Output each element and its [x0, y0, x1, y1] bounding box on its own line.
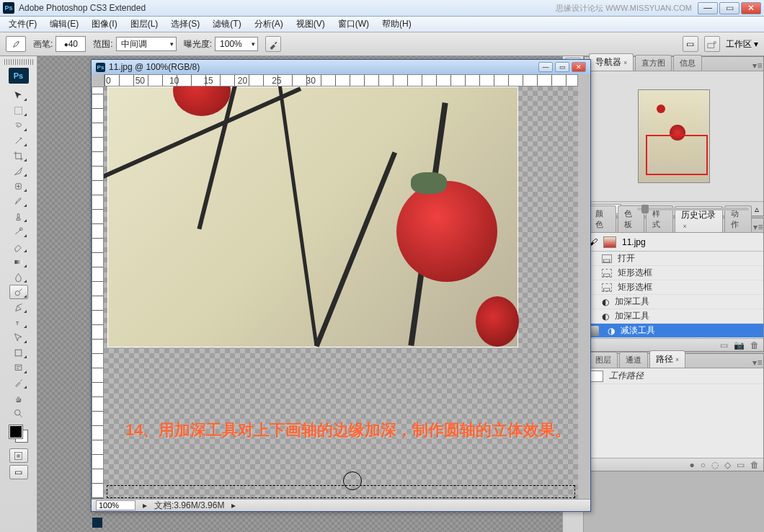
pen-tool[interactable] [9, 300, 28, 314]
history-brush-tool[interactable] [9, 224, 28, 239]
navigator-viewport[interactable] [646, 135, 708, 175]
menu-layer[interactable]: 图层(L) [126, 17, 163, 32]
history-item[interactable]: ▭矩形选框 [585, 266, 763, 280]
navigator-preview[interactable] [585, 71, 763, 201]
status-arrow[interactable]: ▸ [143, 500, 147, 510]
path-to-sel-icon[interactable]: ◌ [711, 460, 719, 470]
menu-bar: 文件(F) 编辑(E) 图像(I) 图层(L) 选择(S) 滤镜(T) 分析(A… [0, 17, 764, 32]
marquee-tool[interactable] [9, 103, 28, 118]
zoom-tool[interactable] [9, 406, 28, 420]
zoom-input[interactable] [96, 500, 136, 510]
path-thumb [590, 371, 603, 382]
delete-path-icon[interactable]: 🗑 [750, 460, 759, 470]
bridge-icon[interactable] [704, 36, 720, 52]
brush-tool[interactable] [9, 194, 28, 208]
color-swatches[interactable] [8, 424, 30, 444]
toolbox-grip[interactable] [4, 59, 33, 65]
path-select-tool[interactable] [9, 330, 28, 345]
menu-file[interactable]: 文件(F) [4, 17, 41, 32]
ruler-vertical[interactable] [92, 87, 104, 499]
range-dropdown[interactable]: 中间调 [116, 37, 177, 51]
doc-close[interactable]: ✕ [572, 62, 586, 72]
minimized-doc-icon[interactable] [92, 518, 102, 528]
zoom-in-icon[interactable]: ▵ [755, 204, 759, 214]
doc-minimize[interactable]: — [538, 62, 553, 72]
minimize-button[interactable]: — [698, 2, 718, 14]
tab-channels[interactable]: 通道 [619, 352, 648, 368]
tab-navigator[interactable]: 导航器× [589, 53, 634, 71]
wand-tool[interactable] [9, 133, 28, 148]
file-browser-icon[interactable]: ▭ [683, 36, 698, 52]
snapshot-name[interactable]: 11.jpg [622, 237, 646, 247]
tab-histogram[interactable]: 直方图 [635, 55, 672, 71]
eyedropper-tool[interactable] [9, 376, 28, 390]
blur-tool[interactable] [9, 270, 28, 284]
history-item[interactable]: ◐加深工具 [585, 309, 763, 324]
menu-view[interactable]: 视图(V) [292, 17, 329, 32]
path-item[interactable]: 工作路径 [585, 368, 763, 384]
menu-window[interactable]: 窗口(W) [334, 17, 373, 32]
trash-icon[interactable]: 🗑 [750, 340, 759, 350]
menu-help[interactable]: 帮助(H) [378, 17, 416, 32]
history-item[interactable]: ◐加深工具 [585, 295, 763, 309]
notes-tool[interactable] [9, 360, 28, 375]
slice-tool[interactable] [9, 164, 28, 178]
maximize-button[interactable]: ▭ [719, 2, 739, 14]
menu-image[interactable]: 图像(I) [87, 17, 121, 32]
hand-tool[interactable] [9, 391, 28, 405]
range-label: 范围: [93, 38, 112, 50]
canvas[interactable]: 14、用加深工具对上下画轴的边缘加深，制作圆轴的立体效果。 [104, 87, 578, 499]
eraser-tool[interactable] [9, 239, 28, 254]
new-doc-icon[interactable]: ▭ [720, 340, 728, 350]
options-bar: 画笔:● 40 范围:中间调 曝光度:100% ▭ 工作区 ▾ [0, 32, 764, 56]
svg-point-11 [17, 454, 20, 458]
fg-color[interactable] [9, 425, 22, 438]
tab-info[interactable]: 信息 [673, 55, 702, 71]
brush-preset[interactable]: ● 40 [55, 36, 86, 52]
airbrush-toggle[interactable] [265, 36, 281, 52]
ruler-horizontal[interactable]: 0501015202530 [104, 74, 578, 87]
panel-menu-icon[interactable]: ▾≡ [752, 358, 763, 368]
type-tool[interactable]: T [9, 315, 28, 329]
status-arrow2[interactable]: ▸ [231, 500, 236, 510]
tab-layers[interactable]: 图层 [589, 352, 618, 368]
panel-menu-icon[interactable]: ▾≡ [752, 61, 763, 71]
history-item[interactable]: ▭矩形选框 [585, 280, 763, 295]
snapshot-icon[interactable]: 📷 [734, 340, 745, 350]
tab-paths[interactable]: 路径× [649, 350, 685, 368]
sel-to-path-icon[interactable]: ◇ [724, 460, 731, 470]
document-window: Ps 11.jpg @ 100%(RGB/8) — ▭ ✕ 0501015202… [91, 59, 591, 512]
app-title: Adobe Photoshop CS3 Extended [19, 3, 556, 13]
workspace-label[interactable]: 工作区 ▾ [726, 38, 758, 50]
gradient-tool[interactable] [9, 254, 28, 269]
menu-filter[interactable]: 滤镜(T) [208, 17, 245, 32]
snapshot-thumb[interactable] [603, 236, 616, 248]
watermark: 思缘设计论坛 WWW.MISSYUAN.COM [556, 3, 692, 14]
exposure-dropdown[interactable]: 100% [215, 37, 258, 51]
history-item-current[interactable]: ◑减淡工具 [585, 324, 763, 338]
close-button[interactable]: ✕ [741, 2, 761, 14]
menu-select[interactable]: 选择(S) [166, 17, 204, 32]
move-tool[interactable] [9, 88, 28, 102]
quickmask-toggle[interactable] [9, 448, 28, 463]
stroke-path-icon[interactable]: ○ [701, 460, 706, 470]
fill-path-icon[interactable]: ● [690, 460, 695, 470]
menu-edit[interactable]: 编辑(E) [45, 17, 83, 32]
new-path-icon[interactable]: ▭ [737, 460, 745, 470]
current-tool-icon[interactable] [6, 36, 26, 52]
document-titlebar[interactable]: Ps 11.jpg @ 100%(RGB/8) — ▭ ✕ [92, 60, 590, 74]
doc-maximize[interactable]: ▭ [555, 62, 569, 72]
crop-tool[interactable] [9, 148, 28, 163]
shape-tool[interactable] [9, 345, 28, 360]
tab-color[interactable]: 颜色 [589, 205, 616, 232]
history-item[interactable]: ▭打开 [585, 252, 763, 266]
stamp-tool[interactable] [9, 209, 28, 223]
panel-menu-icon[interactable]: ▾≡ [753, 222, 763, 232]
lasso-tool[interactable] [9, 118, 28, 133]
dodge-tool[interactable] [9, 285, 28, 299]
zoom-slider[interactable] [637, 208, 749, 210]
menu-analysis[interactable]: 分析(A) [250, 17, 288, 32]
healing-tool[interactable] [9, 179, 28, 193]
screenmode-toggle[interactable]: ▭ [9, 465, 28, 479]
panels: 导航器× 直方图 信息 ▾≡ ▴ ▵ [584, 56, 764, 532]
